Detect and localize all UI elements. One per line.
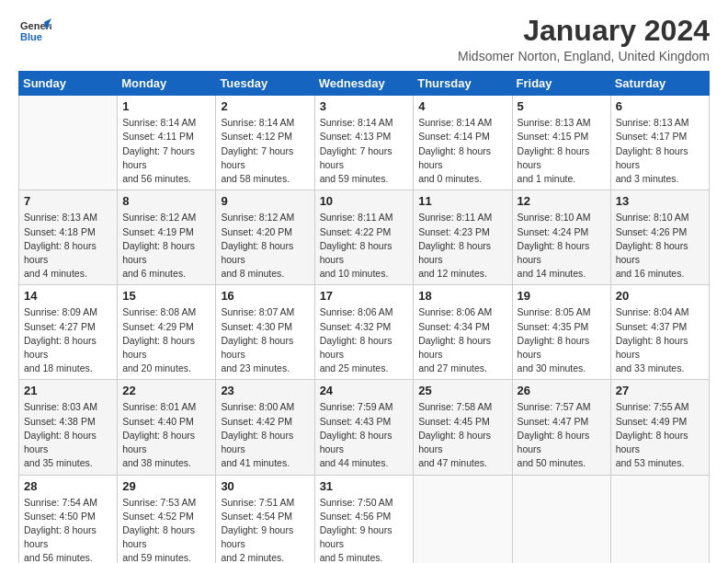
header-tuesday: Tuesday <box>216 72 314 96</box>
cell-w2-d2: 8Sunrise: 8:12 AMSunset: 4:19 PMDaylight… <box>118 190 216 285</box>
cell-w3-d3: 16Sunrise: 8:07 AMSunset: 4:30 PMDayligh… <box>216 285 314 380</box>
day-info: Sunrise: 8:11 AMSunset: 4:22 PMDaylight:… <box>320 211 409 281</box>
day-info: Sunrise: 8:04 AMSunset: 4:37 PMDaylight:… <box>616 305 704 375</box>
title-block: January 2024 Midsomer Norton, England, U… <box>458 15 710 63</box>
day-info: Sunrise: 8:11 AMSunset: 4:23 PMDaylight:… <box>418 211 506 281</box>
header-wednesday: Wednesday <box>314 72 414 96</box>
day-info: Sunrise: 7:54 AMSunset: 4:50 PMDaylight:… <box>24 496 112 563</box>
day-info: Sunrise: 7:53 AMSunset: 4:52 PMDaylight:… <box>122 496 210 563</box>
day-info: Sunrise: 8:03 AMSunset: 4:38 PMDaylight:… <box>24 400 112 470</box>
day-number: 23 <box>221 384 309 397</box>
day-info: Sunrise: 7:51 AMSunset: 4:54 PMDaylight:… <box>221 496 309 563</box>
day-info: Sunrise: 7:55 AMSunset: 4:49 PMDaylight:… <box>616 400 704 470</box>
week-row-4: 21Sunrise: 8:03 AMSunset: 4:38 PMDayligh… <box>19 380 710 475</box>
day-info: Sunrise: 7:59 AMSunset: 4:43 PMDaylight:… <box>320 400 409 470</box>
header-saturday: Saturday <box>610 72 709 96</box>
day-info: Sunrise: 8:01 AMSunset: 4:40 PMDaylight:… <box>122 400 210 470</box>
day-number: 22 <box>122 384 210 397</box>
cell-w3-d4: 17Sunrise: 8:06 AMSunset: 4:32 PMDayligh… <box>314 285 414 380</box>
day-number: 9 <box>221 194 309 208</box>
day-info: Sunrise: 8:00 AMSunset: 4:42 PMDaylight:… <box>221 400 309 470</box>
day-number: 13 <box>616 194 704 208</box>
day-number: 1 <box>122 99 210 113</box>
header-thursday: Thursday <box>414 72 512 96</box>
day-number: 28 <box>24 479 112 493</box>
day-info: Sunrise: 8:10 AMSunset: 4:26 PMDaylight:… <box>616 211 704 281</box>
day-number: 4 <box>418 99 506 113</box>
day-number: 3 <box>320 99 409 113</box>
day-info: Sunrise: 8:12 AMSunset: 4:20 PMDaylight:… <box>221 211 309 281</box>
cell-w1-d1 <box>19 96 118 190</box>
day-number: 5 <box>518 99 606 113</box>
cell-w4-d5: 25Sunrise: 7:58 AMSunset: 4:45 PMDayligh… <box>414 380 512 475</box>
cell-w5-d7 <box>610 475 709 563</box>
cell-w2-d6: 12Sunrise: 8:10 AMSunset: 4:24 PMDayligh… <box>512 190 610 285</box>
cell-w4-d2: 22Sunrise: 8:01 AMSunset: 4:40 PMDayligh… <box>118 380 216 475</box>
day-info: Sunrise: 8:12 AMSunset: 4:19 PMDaylight:… <box>122 211 210 281</box>
day-number: 7 <box>24 194 112 208</box>
day-number: 19 <box>518 289 606 303</box>
day-number: 27 <box>616 384 704 397</box>
day-info: Sunrise: 8:14 AMSunset: 4:14 PMDaylight:… <box>418 116 506 186</box>
day-info: Sunrise: 8:07 AMSunset: 4:30 PMDaylight:… <box>221 305 309 375</box>
day-info: Sunrise: 8:05 AMSunset: 4:35 PMDaylight:… <box>518 305 606 375</box>
cell-w3-d5: 18Sunrise: 8:06 AMSunset: 4:34 PMDayligh… <box>414 285 512 380</box>
day-number: 16 <box>221 289 309 303</box>
cell-w5-d4: 31Sunrise: 7:50 AMSunset: 4:56 PMDayligh… <box>314 475 414 563</box>
svg-text:Blue: Blue <box>20 31 42 42</box>
day-number: 20 <box>616 289 704 303</box>
day-number: 8 <box>122 194 210 208</box>
week-row-2: 7Sunrise: 8:13 AMSunset: 4:18 PMDaylight… <box>19 190 710 285</box>
day-info: Sunrise: 8:13 AMSunset: 4:17 PMDaylight:… <box>616 116 704 186</box>
day-number: 2 <box>221 99 309 113</box>
header-friday: Friday <box>512 72 610 96</box>
cell-w2-d5: 11Sunrise: 8:11 AMSunset: 4:23 PMDayligh… <box>414 190 512 285</box>
cell-w4-d7: 27Sunrise: 7:55 AMSunset: 4:49 PMDayligh… <box>610 380 709 475</box>
cell-w1-d7: 6Sunrise: 8:13 AMSunset: 4:17 PMDaylight… <box>610 96 709 190</box>
cell-w1-d2: 1Sunrise: 8:14 AMSunset: 4:11 PMDaylight… <box>118 96 216 190</box>
cell-w1-d4: 3Sunrise: 8:14 AMSunset: 4:13 PMDaylight… <box>314 96 414 190</box>
day-number: 10 <box>320 194 409 208</box>
header-monday: Monday <box>118 72 216 96</box>
cell-w5-d3: 30Sunrise: 7:51 AMSunset: 4:54 PMDayligh… <box>216 475 314 563</box>
day-info: Sunrise: 8:14 AMSunset: 4:11 PMDaylight:… <box>122 116 210 186</box>
day-number: 26 <box>518 384 606 397</box>
day-info: Sunrise: 8:06 AMSunset: 4:34 PMDaylight:… <box>418 305 506 375</box>
cell-w1-d6: 5Sunrise: 8:13 AMSunset: 4:15 PMDaylight… <box>512 96 610 190</box>
cell-w4-d4: 24Sunrise: 7:59 AMSunset: 4:43 PMDayligh… <box>314 380 414 475</box>
cell-w1-d3: 2Sunrise: 8:14 AMSunset: 4:12 PMDaylight… <box>216 96 314 190</box>
day-number: 24 <box>320 384 409 397</box>
day-number: 14 <box>24 289 112 303</box>
day-info: Sunrise: 8:09 AMSunset: 4:27 PMDaylight:… <box>24 305 112 375</box>
day-number: 31 <box>320 479 409 493</box>
calendar-body: 1Sunrise: 8:14 AMSunset: 4:11 PMDaylight… <box>19 96 710 563</box>
logo-icon: General Blue <box>18 15 51 48</box>
day-number: 21 <box>24 384 112 397</box>
day-number: 12 <box>518 194 606 208</box>
day-info: Sunrise: 7:57 AMSunset: 4:47 PMDaylight:… <box>518 400 606 470</box>
location: Midsomer Norton, England, United Kingdom <box>458 49 710 63</box>
day-number: 15 <box>122 289 210 303</box>
day-info: Sunrise: 8:14 AMSunset: 4:13 PMDaylight:… <box>320 116 409 186</box>
day-info: Sunrise: 8:08 AMSunset: 4:29 PMDaylight:… <box>122 305 210 375</box>
cell-w3-d1: 14Sunrise: 8:09 AMSunset: 4:27 PMDayligh… <box>19 285 118 380</box>
day-number: 30 <box>221 479 309 493</box>
calendar-header: Sunday Monday Tuesday Wednesday Thursday… <box>19 72 710 96</box>
week-row-5: 28Sunrise: 7:54 AMSunset: 4:50 PMDayligh… <box>19 475 710 563</box>
cell-w4-d3: 23Sunrise: 8:00 AMSunset: 4:42 PMDayligh… <box>216 380 314 475</box>
cell-w1-d5: 4Sunrise: 8:14 AMSunset: 4:14 PMDaylight… <box>414 96 512 190</box>
cell-w2-d4: 10Sunrise: 8:11 AMSunset: 4:22 PMDayligh… <box>314 190 414 285</box>
day-number: 29 <box>122 479 210 493</box>
day-number: 17 <box>320 289 409 303</box>
calendar-table: Sunday Monday Tuesday Wednesday Thursday… <box>18 71 710 563</box>
weekday-header-row: Sunday Monday Tuesday Wednesday Thursday… <box>19 72 710 96</box>
cell-w2-d1: 7Sunrise: 8:13 AMSunset: 4:18 PMDaylight… <box>19 190 118 285</box>
page: General Blue January 2024 Midsomer Norto… <box>0 0 728 563</box>
cell-w3-d7: 20Sunrise: 8:04 AMSunset: 4:37 PMDayligh… <box>610 285 709 380</box>
week-row-1: 1Sunrise: 8:14 AMSunset: 4:11 PMDaylight… <box>19 96 710 190</box>
cell-w4-d1: 21Sunrise: 8:03 AMSunset: 4:38 PMDayligh… <box>19 380 118 475</box>
day-number: 11 <box>418 194 506 208</box>
cell-w2-d7: 13Sunrise: 8:10 AMSunset: 4:26 PMDayligh… <box>610 190 709 285</box>
header: General Blue January 2024 Midsomer Norto… <box>18 15 710 63</box>
cell-w4-d6: 26Sunrise: 7:57 AMSunset: 4:47 PMDayligh… <box>512 380 610 475</box>
